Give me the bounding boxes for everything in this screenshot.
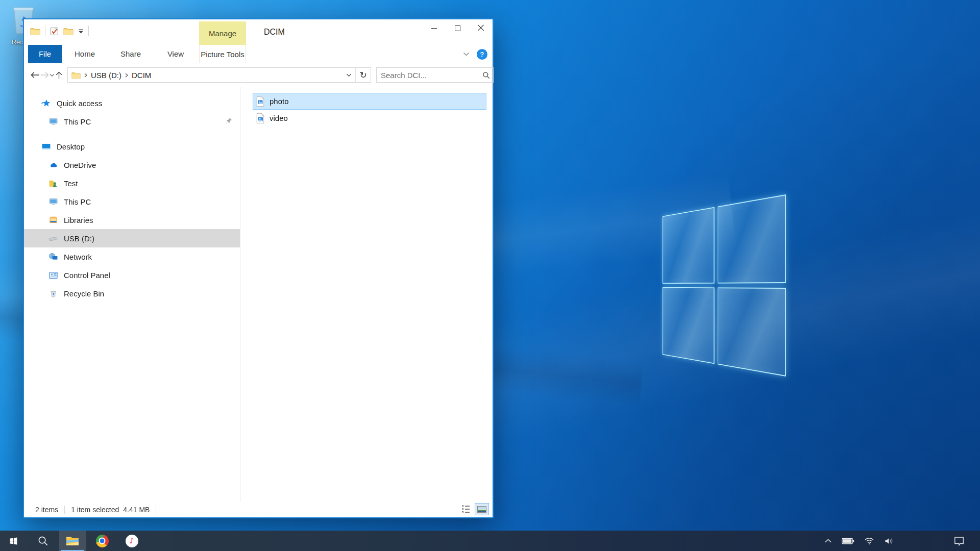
status-separator [156, 506, 156, 514]
tab-share[interactable]: Share [108, 45, 154, 63]
details-view-icon [462, 505, 470, 513]
thumbnail-view-button[interactable] [475, 504, 488, 515]
back-button[interactable] [30, 67, 40, 83]
recent-locations-button[interactable] [50, 67, 55, 83]
file-row-photo[interactable]: photo [253, 93, 486, 110]
navigation-pane: Quick access This PC Desktop [24, 87, 240, 502]
file-explorer-window: Manage DCIM File Home Share View Picture… [23, 18, 494, 518]
chevron-down-icon [346, 73, 352, 77]
sidebar-item-recycle-bin[interactable]: Recycle Bin [24, 284, 240, 303]
image-file-icon [255, 95, 265, 108]
quick-access-star-icon [41, 98, 51, 108]
sidebar-item-label: Network [64, 253, 92, 261]
taskbar-chrome-button[interactable] [89, 531, 115, 551]
taskbar-search-button[interactable] [30, 531, 56, 551]
file-name: photo [270, 97, 289, 106]
file-row-video[interactable]: video [253, 110, 486, 127]
sidebar-item-control-panel[interactable]: Control Panel [24, 266, 240, 284]
windows-logo-pane [718, 287, 786, 377]
details-view-button[interactable] [459, 504, 472, 515]
file-list[interactable]: photo video [240, 87, 493, 502]
windows-logo-wallpaper [663, 194, 786, 377]
breadcrumb: USB (D:) DCIM [71, 71, 342, 80]
quick-access-toolbar [30, 24, 89, 38]
chevron-down-icon [50, 73, 55, 77]
breadcrumb-chevron-icon[interactable] [83, 73, 89, 78]
close-icon [477, 24, 484, 32]
caption-buttons [422, 19, 493, 37]
chrome-icon [96, 535, 109, 547]
windows-logo-pane [663, 207, 714, 284]
breadcrumb-folder[interactable]: DCIM [132, 71, 151, 80]
sidebar-item-network[interactable]: Network [24, 247, 240, 266]
search-icon [37, 535, 48, 546]
customize-qat-dropdown-icon[interactable] [78, 29, 84, 34]
desktop-icon [41, 142, 51, 152]
qat-separator [45, 26, 45, 36]
breadcrumb-drive[interactable]: USB (D:) [91, 71, 121, 80]
close-button[interactable] [469, 19, 493, 37]
window-content: Quick access This PC Desktop [24, 87, 493, 502]
sidebar-item-quick-access[interactable]: Quick access [24, 94, 240, 112]
contextual-tab-header[interactable]: Manage [199, 21, 246, 45]
tab-file[interactable]: File [28, 45, 62, 63]
search-icon[interactable] [482, 71, 490, 79]
wifi-icon[interactable] [864, 537, 874, 545]
sidebar-item-onedrive[interactable]: OneDrive [24, 156, 240, 174]
pin-icon [225, 117, 233, 124]
usb-drive-icon [48, 234, 58, 243]
sidebar-item-label: OneDrive [64, 161, 96, 169]
file-explorer-icon [66, 535, 79, 546]
tab-view[interactable]: View [154, 45, 198, 63]
action-center-icon[interactable] [953, 536, 965, 546]
view-toggles [459, 504, 488, 515]
status-separator [64, 506, 65, 514]
help-button[interactable]: ? [477, 49, 487, 60]
sidebar-item-label: Desktop [57, 142, 85, 151]
forward-button[interactable] [40, 67, 50, 83]
sidebar-item-libraries[interactable]: Libraries [24, 211, 240, 229]
taskbar-itunes-button[interactable]: ♪ [118, 531, 145, 551]
sidebar-item-label: Recycle Bin [64, 289, 104, 298]
search-input[interactable] [381, 71, 482, 80]
breadcrumb-chevron-icon[interactable] [124, 73, 130, 78]
new-folder-icon[interactable] [63, 27, 74, 35]
itunes-icon: ♪ [126, 535, 138, 547]
title-bar[interactable]: Manage DCIM [24, 19, 493, 45]
sidebar-item-this-pc-pinned[interactable]: This PC [24, 112, 240, 131]
sidebar-item-this-pc[interactable]: This PC [24, 192, 240, 211]
sidebar-item-label: This PC [64, 117, 91, 126]
address-bar[interactable]: USB (D:) DCIM ↻ [67, 67, 371, 83]
windows-start-icon [9, 537, 18, 545]
properties-icon[interactable] [50, 27, 59, 36]
minimize-button[interactable] [422, 19, 446, 37]
battery-icon[interactable] [842, 538, 854, 544]
user-folder-icon [48, 179, 58, 188]
status-item-count: 2 items [35, 506, 58, 514]
forward-arrow-icon [40, 71, 50, 79]
taskbar-app-icons: ♪ [0, 531, 145, 551]
sidebar-item-label: This PC [64, 197, 91, 206]
start-button[interactable] [0, 531, 27, 551]
tab-home[interactable]: Home [62, 45, 108, 63]
video-file-icon [255, 112, 265, 124]
up-arrow-icon [55, 71, 63, 80]
search-box[interactable] [376, 67, 494, 83]
recycle-bin-icon [48, 289, 58, 298]
taskbar-file-explorer-button[interactable] [59, 531, 86, 551]
address-dropdown-button[interactable] [342, 68, 355, 82]
sidebar-item-test[interactable]: Test [24, 174, 240, 192]
ribbon-right-controls: ? [463, 45, 487, 63]
sidebar-item-desktop[interactable]: Desktop [24, 137, 240, 156]
maximize-button[interactable] [446, 19, 469, 37]
back-arrow-icon [30, 71, 40, 79]
sidebar-item-usb-drive[interactable]: USB (D:) [24, 229, 240, 247]
tray-expand-chevron-icon[interactable] [824, 538, 832, 543]
this-pc-icon [48, 117, 58, 127]
refresh-button[interactable]: ↻ [355, 68, 371, 82]
up-button[interactable] [55, 67, 63, 83]
tab-picture-tools[interactable]: Picture Tools [199, 45, 246, 63]
sidebar-item-label: Test [64, 179, 78, 188]
expand-ribbon-chevron-icon[interactable] [463, 52, 470, 56]
volume-icon[interactable] [884, 537, 894, 545]
